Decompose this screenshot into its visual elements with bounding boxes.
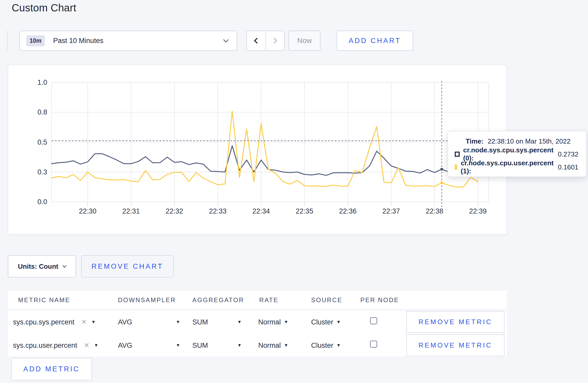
remove-chart-button[interactable]: REMOVE CHART xyxy=(81,255,174,278)
svg-text:22:34: 22:34 xyxy=(252,207,270,215)
time-range-select[interactable]: 10m Past 10 Minutes xyxy=(19,31,237,51)
time-range-badge: 10m xyxy=(26,35,45,46)
metric-name-select[interactable]: sys.cpu.user.percent ✕ ▼ xyxy=(13,342,98,350)
tooltip-time: Time: 22:38:10 on Mar 15th, 2022 xyxy=(455,138,578,145)
svg-text:0.5: 0.5 xyxy=(37,138,47,146)
source-select[interactable]: Cluster ▼ xyxy=(311,318,341,326)
caret-down-icon: ▼ xyxy=(337,320,341,326)
close-icon[interactable]: ✕ xyxy=(84,342,89,350)
remove-metric-button[interactable]: REMOVE METRIC xyxy=(406,334,505,356)
column-header-per-node: PER NODE xyxy=(360,296,399,304)
table-row: sys.cpu.user.percent ✕ ▼ AVG ▼ SUM ▼ Nor… xyxy=(8,334,507,357)
svg-text:22:32: 22:32 xyxy=(166,207,183,215)
aggregator-value: SUM xyxy=(192,342,208,350)
svg-text:22:33: 22:33 xyxy=(209,207,227,215)
downsampler-value: AVG xyxy=(118,318,132,326)
source-select[interactable]: Cluster ▼ xyxy=(311,342,341,350)
svg-text:22:36: 22:36 xyxy=(339,207,357,215)
svg-text:1.0: 1.0 xyxy=(37,79,47,86)
svg-text:22:30: 22:30 xyxy=(79,207,97,215)
column-header-rate: RATE xyxy=(259,296,278,304)
source-value: Cluster xyxy=(311,342,333,350)
caret-down-icon: ▼ xyxy=(284,320,288,326)
caret-down-icon: ▼ xyxy=(91,320,96,326)
aggregator-select[interactable]: SUM ▼ xyxy=(192,342,242,350)
aggregator-value: SUM xyxy=(192,318,208,326)
svg-text:22:31: 22:31 xyxy=(122,207,140,215)
units-label: Units: Count xyxy=(18,263,58,271)
tooltip-series-row: cr.node.sys.cpu.user.percent (1): 0.1601 xyxy=(455,164,578,171)
previous-range-button[interactable] xyxy=(247,31,265,50)
now-button[interactable]: Now xyxy=(289,31,320,51)
svg-text:22:35: 22:35 xyxy=(296,207,313,215)
svg-text:0.3: 0.3 xyxy=(37,168,47,176)
rate-select[interactable]: Normal ▼ xyxy=(258,342,288,350)
svg-text:22:38: 22:38 xyxy=(426,207,443,215)
caret-down-icon: ▼ xyxy=(176,343,180,350)
svg-text:22:39: 22:39 xyxy=(469,207,487,215)
downsampler-select[interactable]: AVG ▼ xyxy=(118,342,180,350)
tooltip-time-value: 22:38:10 on Mar 15th, 2022 xyxy=(488,137,570,145)
per-node-checkbox[interactable] xyxy=(370,341,377,348)
chevron-down-icon xyxy=(62,264,67,268)
source-value: Cluster xyxy=(311,318,333,326)
metric-name-select[interactable]: sys.cpu.sys.percent ✕ ▼ xyxy=(13,318,96,326)
aggregator-select[interactable]: SUM ▼ xyxy=(192,318,242,326)
tooltip-series-value: 0.2732 xyxy=(558,150,578,158)
tooltip-series-row: cr.node.sys.cpu.sys.percent (0): 0.2732 xyxy=(455,151,578,158)
metrics-table-body: sys.cpu.sys.percent ✕ ▼ AVG ▼ SUM ▼ Norm… xyxy=(8,311,507,357)
rate-select[interactable]: Normal ▼ xyxy=(258,318,288,326)
chevron-left-icon xyxy=(254,38,260,44)
caret-down-icon: ▼ xyxy=(94,343,99,350)
caret-down-icon: ▼ xyxy=(176,320,180,326)
svg-text:0.8: 0.8 xyxy=(37,108,47,116)
chevron-right-icon xyxy=(271,38,277,44)
add-metric-button[interactable]: ADD METRIC xyxy=(11,358,92,380)
table-row: sys.cpu.sys.percent ✕ ▼ AVG ▼ SUM ▼ Norm… xyxy=(8,311,507,334)
column-header-aggregator: AGGREGATOR xyxy=(192,296,244,304)
downsampler-value: AVG xyxy=(118,342,132,350)
rate-value: Normal xyxy=(258,318,281,326)
cpu-usage-chart[interactable]: 0.00.30.50.81.022:3022:3122:3222:3322:34… xyxy=(8,65,507,235)
add-chart-button[interactable]: ADD CHART xyxy=(337,31,413,51)
metric-name-value: sys.cpu.sys.percent xyxy=(13,318,74,326)
downsampler-select[interactable]: AVG ▼ xyxy=(118,318,180,326)
svg-text:22:37: 22:37 xyxy=(382,207,400,215)
column-header-downsampler: DOWNSAMPLER xyxy=(118,296,176,304)
next-range-button[interactable] xyxy=(265,31,284,50)
caret-down-icon: ▼ xyxy=(237,343,242,350)
remove-metric-button[interactable]: REMOVE METRIC xyxy=(406,311,505,333)
tooltip-series-value: 0.1601 xyxy=(558,163,578,171)
caret-down-icon: ▼ xyxy=(284,343,288,350)
caret-down-icon: ▼ xyxy=(337,343,341,350)
chart-card: 0.00.30.50.81.022:3022:3122:3222:3322:34… xyxy=(8,65,507,235)
caret-down-icon: ▼ xyxy=(237,320,242,326)
metric-name-value: sys.cpu.user.percent xyxy=(13,342,77,350)
metrics-table-header: METRIC NAME DOWNSAMPLER AGGREGATOR RATE … xyxy=(8,291,507,309)
close-icon[interactable]: ✕ xyxy=(81,318,87,326)
column-header-metric-name: METRIC NAME xyxy=(18,296,70,304)
per-node-checkbox[interactable] xyxy=(370,317,377,324)
time-range-arrows xyxy=(246,31,285,51)
time-range-label: Past 10 Minutes xyxy=(53,37,103,45)
tooltip-series-label: cr.node.sys.cpu.user.percent (1): xyxy=(461,159,554,175)
column-header-source: SOURCE xyxy=(311,296,342,304)
chevron-down-icon xyxy=(223,37,229,42)
rate-value: Normal xyxy=(258,342,281,350)
page-title: Custom Chart xyxy=(12,2,76,14)
svg-text:0.0: 0.0 xyxy=(37,198,47,206)
chart-tooltip: Time: 22:38:10 on Mar 15th, 2022 cr.node… xyxy=(447,131,587,177)
toolbar-divider xyxy=(7,31,8,51)
user-series-swatch-icon xyxy=(455,165,457,170)
sys-series-swatch-icon xyxy=(455,152,460,157)
tooltip-time-label: Time: xyxy=(466,137,484,145)
units-select[interactable]: Units: Count xyxy=(8,255,76,278)
